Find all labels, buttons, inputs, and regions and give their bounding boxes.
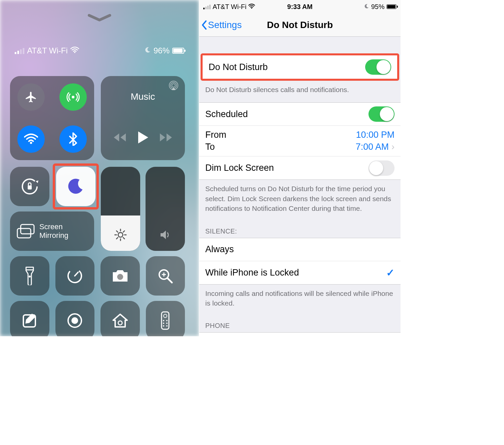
silence-header: SILENCE:: [199, 221, 401, 238]
cc-collapse-chevron-icon[interactable]: [10, 0, 189, 23]
dnd-footer: Do Not Disturb silences calls and notifi…: [199, 81, 401, 102]
speaker-icon: [146, 228, 185, 242]
battery-icon: [387, 4, 397, 9]
wifi-icon: [248, 3, 255, 11]
rewind-icon[interactable]: [113, 133, 127, 143]
airplane-mode-button[interactable]: [17, 83, 45, 111]
silence-always-cell[interactable]: Always: [199, 238, 401, 261]
notes-button[interactable]: [10, 301, 49, 336]
allow-calls-cell[interactable]: Allow Calls From All Contacts ›: [199, 332, 401, 336]
svg-point-39: [166, 325, 168, 327]
do-not-disturb-button[interactable]: [56, 167, 95, 206]
silence-locked-cell[interactable]: While iPhone is Locked ✓: [199, 261, 401, 285]
home-button[interactable]: [100, 301, 140, 336]
fast-forward-icon[interactable]: [159, 133, 173, 143]
from-value: 10:00 PM: [356, 130, 395, 140]
orientation-lock-button[interactable]: [10, 167, 49, 206]
cellular-data-button[interactable]: [59, 83, 87, 111]
apple-tv-remote-button[interactable]: [146, 301, 185, 336]
wifi-button[interactable]: [17, 125, 45, 153]
control-center-screenshot: AT&T Wi-Fi 96%: [0, 0, 199, 336]
dnd-highlight-box: [53, 163, 99, 209]
silence-footer: Incoming calls and notifications will be…: [199, 285, 401, 316]
flashlight-button[interactable]: [10, 256, 49, 296]
from-label: From: [205, 130, 226, 140]
moon-icon: [67, 177, 85, 195]
music-tile[interactable]: Music: [101, 76, 185, 160]
svg-point-34: [163, 320, 164, 321]
moon-icon: [364, 3, 369, 11]
dnd-highlight-box: Do Not Disturb: [201, 53, 399, 81]
battery-percent: 96%: [154, 46, 170, 55]
carrier-label: AT&T Wi-Fi: [213, 3, 246, 11]
svg-point-38: [163, 325, 164, 327]
battery-percent: 95%: [371, 3, 385, 11]
volume-slider[interactable]: [146, 167, 185, 251]
svg-point-19: [29, 276, 31, 278]
silence-always-label: Always: [205, 244, 234, 255]
signal-bars-icon: [203, 4, 211, 9]
svg-line-25: [168, 278, 172, 283]
silence-locked-label: While iPhone is Locked: [205, 268, 299, 278]
svg-point-2: [30, 142, 32, 144]
chevron-right-icon: ›: [392, 141, 395, 152]
screen-mirroring-icon: [17, 224, 35, 239]
svg-point-31: [118, 321, 122, 325]
screen-mirroring-label-1: Screen: [39, 222, 68, 231]
svg-point-1: [72, 96, 74, 98]
settings-screenshot: AT&T Wi-Fi 9:33 AM 95% Settings Do Not D…: [199, 0, 401, 336]
wifi-icon: [70, 46, 79, 55]
svg-point-40: [251, 7, 252, 8]
bluetooth-button[interactable]: [59, 125, 87, 153]
carrier-label: AT&T Wi-Fi: [27, 46, 68, 55]
to-label: To: [205, 142, 215, 152]
scheduled-label: Scheduled: [205, 109, 248, 119]
screen-mirroring-button[interactable]: Screen Mirroring: [10, 211, 94, 251]
battery-icon: [172, 48, 184, 54]
dim-lock-screen-cell[interactable]: Dim Lock Screen: [199, 156, 401, 180]
timer-button[interactable]: [55, 256, 95, 296]
brightness-slider[interactable]: [101, 167, 140, 251]
sun-icon: [101, 228, 140, 242]
svg-point-3: [172, 84, 175, 87]
svg-rect-18: [17, 229, 31, 238]
schedule-time-cell[interactable]: From 10:00 PM To 7:00 AM ›: [199, 126, 401, 156]
svg-line-22: [75, 272, 78, 276]
svg-point-33: [164, 314, 167, 318]
svg-point-36: [163, 323, 164, 324]
svg-point-35: [166, 320, 168, 321]
moon-icon: [144, 46, 151, 55]
phone-header: PHONE: [199, 316, 401, 332]
nav-bar: Settings Do Not Disturb: [199, 13, 401, 37]
back-label: Settings: [208, 20, 242, 30]
svg-point-30: [71, 317, 78, 324]
svg-rect-17: [21, 225, 34, 234]
svg-line-15: [123, 231, 124, 232]
cc-status-bar: AT&T Wi-Fi 96%: [10, 23, 189, 55]
screen-mirroring-label-2: Mirroring: [39, 231, 68, 240]
camera-button[interactable]: [100, 256, 140, 296]
svg-point-37: [166, 323, 168, 324]
status-bar: AT&T Wi-Fi 9:33 AM 95%: [199, 0, 401, 13]
svg-line-13: [116, 231, 118, 232]
to-value: 7:00 AM: [356, 142, 389, 152]
dnd-label: Do Not Disturb: [209, 62, 268, 72]
svg-point-8: [118, 233, 123, 237]
dim-switch[interactable]: [368, 160, 395, 176]
connectivity-tile[interactable]: [10, 76, 94, 160]
svg-line-14: [123, 238, 124, 239]
magnifier-button[interactable]: [146, 256, 185, 296]
scheduled-cell[interactable]: Scheduled: [199, 102, 401, 126]
svg-rect-7: [28, 185, 32, 189]
back-button[interactable]: Settings: [199, 20, 242, 30]
airplay-icon[interactable]: [168, 81, 179, 93]
screen-record-button[interactable]: [55, 301, 95, 336]
dnd-switch[interactable]: [365, 59, 391, 75]
scheduled-switch[interactable]: [368, 106, 395, 122]
svg-point-0: [74, 52, 75, 53]
checkmark-icon: ✓: [386, 267, 395, 279]
svg-point-23: [117, 274, 123, 280]
chevron-left-icon: [201, 20, 207, 30]
dnd-toggle-cell[interactable]: Do Not Disturb: [203, 55, 397, 79]
play-icon[interactable]: [137, 131, 149, 145]
